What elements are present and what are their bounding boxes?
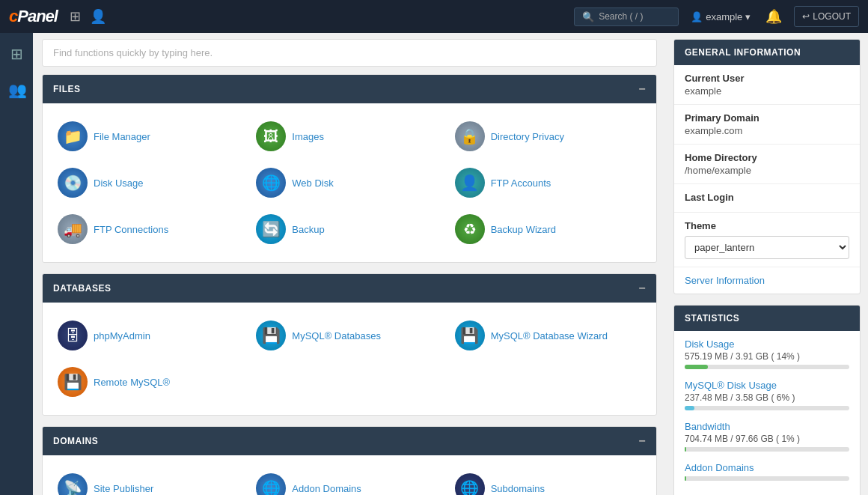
nav-user[interactable]: 👤 example ▾ xyxy=(685,8,757,25)
item-icon: 🔒 xyxy=(455,121,485,151)
section-body-databases: 🗄 phpMyAdmin 💾 MySQL® Databases 💾 MySQL®… xyxy=(43,303,656,415)
sidebar-grid-icon[interactable]: ⊞ xyxy=(2,39,31,69)
chevron-down-icon: ▾ xyxy=(745,11,751,22)
section-toggle-files[interactable]: − xyxy=(638,82,646,96)
stat-item-mysql--disk-usage: MySQL® Disk Usage 237.48 MB / 3.58 GB ( … xyxy=(685,380,849,410)
section-toggle-databases[interactable]: − xyxy=(638,282,646,295)
primary-domain-row: Primary Domain example.com xyxy=(674,105,860,145)
grid-item-site-publisher[interactable]: 📡 Site Publisher xyxy=(53,467,248,495)
item-label: Site Publisher xyxy=(94,483,153,494)
sidebar-users-icon[interactable]: 👥 xyxy=(2,75,31,105)
item-label: Web Disk xyxy=(292,177,333,189)
stat-bar-bg xyxy=(685,447,849,452)
grid-item-images[interactable]: 🖼 Images xyxy=(251,115,447,157)
current-user-value: example xyxy=(685,85,849,97)
item-icon: 🔄 xyxy=(256,214,286,244)
last-login-label: Last Login xyxy=(685,192,849,203)
item-label: phpMyAdmin xyxy=(94,330,150,341)
sections-container: FILES− 📁 File Manager 🖼 Images 🔒 Directo… xyxy=(42,74,657,495)
stat-bar xyxy=(685,406,694,410)
user-nav-icon[interactable]: 👤 xyxy=(90,8,106,25)
item-icon: 👤 xyxy=(455,168,485,198)
stat-title[interactable]: MySQL® Disk Usage xyxy=(685,380,849,391)
grid-item-mysql--databases[interactable]: 💾 MySQL® Databases xyxy=(251,315,447,356)
item-label: Backup xyxy=(292,224,324,235)
section-header-databases: DATABASES− xyxy=(43,274,656,303)
item-icon: 🌐 xyxy=(256,168,286,198)
home-directory-value: /home/example xyxy=(685,165,849,176)
item-label: Remote MySQL® xyxy=(94,377,170,388)
general-info-header: GENERAL INFORMATION xyxy=(674,40,860,65)
stat-title[interactable]: Addon Domains xyxy=(685,462,849,473)
nav-right: 👤 example ▾ 🔔 ↩ LOGOUT xyxy=(685,5,859,28)
current-user-row: Current User example xyxy=(674,65,860,105)
statistics-panel: STATISTICS Disk Usage 575.19 MB / 3.91 G… xyxy=(673,305,861,495)
item-label: Addon Domains xyxy=(292,483,361,494)
stat-bar xyxy=(685,365,708,369)
stat-bar-bg xyxy=(685,406,849,410)
grid-item-remote-mysql-[interactable]: 💾 Remote MySQL® xyxy=(53,361,248,403)
stat-title[interactable]: Bandwidth xyxy=(685,421,849,432)
grid-item-file-manager[interactable]: 📁 File Manager xyxy=(53,115,248,157)
layout: ⊞ 👥 Find functions quickly by typing her… xyxy=(0,33,868,495)
current-user-label: Current User xyxy=(685,73,849,84)
general-info-panel: GENERAL INFORMATION Current User example… xyxy=(673,39,861,294)
grid-item-addon-domains[interactable]: 🌐 Addon Domains xyxy=(251,467,447,495)
item-label: Disk Usage xyxy=(94,177,143,189)
theme-row: Theme paper_lantern xyxy=(674,213,860,267)
item-icon: 🌐 xyxy=(455,473,485,495)
server-info-link[interactable]: Server Information xyxy=(674,267,860,294)
last-login-row: Last Login xyxy=(674,184,860,213)
grid-item-phpmyadmin[interactable]: 🗄 phpMyAdmin xyxy=(53,315,248,356)
find-bar[interactable]: Find functions quickly by typing here. xyxy=(42,39,657,67)
item-icon: 💾 xyxy=(256,321,286,350)
section-title-domains: DOMAINS xyxy=(53,436,98,446)
item-icon: 🗄 xyxy=(58,321,88,350)
grid-item-directory-privacy[interactable]: 🔒 Directory Privacy xyxy=(450,115,646,157)
theme-select[interactable]: paper_lantern xyxy=(685,236,849,259)
section-toggle-domains[interactable]: − xyxy=(638,434,646,448)
grid-item-backup[interactable]: 🔄 Backup xyxy=(251,208,447,250)
section-header-files: FILES− xyxy=(43,75,656,103)
bell-icon[interactable]: 🔔 xyxy=(760,5,788,28)
item-icon: 🚚 xyxy=(58,214,88,244)
grid-item-backup-wizard[interactable]: ♻ Backup Wizard xyxy=(450,208,646,250)
stat-bar-bg xyxy=(685,365,849,369)
stat-item-bandwidth: Bandwidth 704.74 MB / 97.66 GB ( 1% ) xyxy=(685,421,849,452)
theme-label: Theme xyxy=(685,220,849,231)
grid-item-web-disk[interactable]: 🌐 Web Disk xyxy=(251,162,447,204)
section-body-files: 📁 File Manager 🖼 Images 🔒 Directory Priv… xyxy=(43,103,656,262)
item-label: Directory Privacy xyxy=(491,131,564,142)
stat-item-addon-domains: Addon Domains xyxy=(685,462,849,481)
item-icon: 💾 xyxy=(455,321,485,350)
item-label: MySQL® Databases xyxy=(292,330,381,341)
stat-title[interactable]: Disk Usage xyxy=(685,338,849,350)
grid-item-ftp-accounts[interactable]: 👤 FTP Accounts xyxy=(450,162,646,204)
user-icon: 👤 xyxy=(691,11,703,22)
primary-domain-label: Primary Domain xyxy=(685,112,849,124)
section-body-domains: 📡 Site Publisher 🌐 Addon Domains 🌐 Subdo… xyxy=(43,455,656,495)
item-label: Backup Wizard xyxy=(491,224,556,235)
grid-item-mysql--database-wizard[interactable]: 💾 MySQL® Database Wizard xyxy=(450,315,646,356)
right-panel: GENERAL INFORMATION Current User example… xyxy=(666,33,868,495)
home-directory-row: Home Directory /home/example xyxy=(674,145,860,184)
nav-username: example xyxy=(706,11,742,22)
logout-button[interactable]: ↩ LOGOUT xyxy=(794,6,859,27)
grid-item-ftp-connections[interactable]: 🚚 FTP Connections xyxy=(53,208,248,250)
stats-container: Disk Usage 575.19 MB / 3.91 GB ( 14% ) M… xyxy=(674,331,860,495)
item-icon: 📁 xyxy=(58,121,88,151)
section-files: FILES− 📁 File Manager 🖼 Images 🔒 Directo… xyxy=(42,74,657,263)
cpanel-logo: cPanel xyxy=(9,7,58,26)
section-title-databases: DATABASES xyxy=(53,283,111,294)
grid-item-subdomains[interactable]: 🌐 Subdomains xyxy=(450,467,646,495)
stat-bar xyxy=(685,476,686,481)
stat-value: 237.48 MB / 3.58 GB ( 6% ) xyxy=(685,392,849,403)
grid-item-disk-usage[interactable]: 💿 Disk Usage xyxy=(53,162,248,204)
search-icon: 🔍 xyxy=(582,11,594,22)
item-label: File Manager xyxy=(94,131,150,142)
search-box[interactable]: 🔍 Search ( / ) xyxy=(574,7,679,26)
section-domains: DOMAINS− 📡 Site Publisher 🌐 Addon Domain… xyxy=(42,426,657,495)
item-label: FTP Connections xyxy=(94,224,168,235)
grid-icon[interactable]: ⊞ xyxy=(70,8,81,25)
main-content: Find functions quickly by typing here. F… xyxy=(33,33,666,495)
